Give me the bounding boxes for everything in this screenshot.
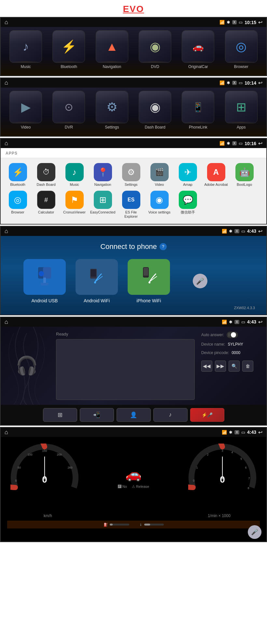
- grid-cronus-icon[interactable]: ⚑: [65, 191, 84, 209]
- screen1-app-grid-bg: ♪ Music ⚡ Bluetooth ▲ Navigation ◉: [1, 27, 266, 75]
- grid-dashboard-icon[interactable]: ⏱: [37, 163, 55, 181]
- app-music[interactable]: ♪ Music: [9, 30, 43, 69]
- x-icon-3: X: [232, 141, 237, 145]
- app-video[interactable]: ▶ Video: [9, 91, 43, 130]
- app-settings-box[interactable]: ⚙: [96, 91, 128, 123]
- status-bar-2: ⌂ 📶 ✱ X ▭ 10:14 ↩: [1, 78, 266, 88]
- mic-button-4[interactable]: 🎤: [193, 274, 207, 288]
- android-wifi-option[interactable]: Android WiFi: [76, 259, 118, 303]
- auto-answer-label: Auto answer:: [201, 333, 224, 337]
- grid-video-label: Video: [155, 183, 164, 187]
- bt-delete-btn[interactable]: 🗑: [242, 361, 253, 372]
- app-originalcar[interactable]: 🚗 OriginalCar: [181, 30, 215, 69]
- grid-easyconnect-icon[interactable]: ⊞: [94, 191, 112, 209]
- app-phonelink-box[interactable]: 📱: [182, 91, 214, 123]
- auto-answer-toggle[interactable]: |: [227, 332, 238, 338]
- home-icon-3[interactable]: ⌂: [5, 140, 8, 147]
- app-video-box[interactable]: ▶: [9, 91, 42, 123]
- grid-voice[interactable]: ◉ Voice settings: [147, 191, 172, 219]
- app-originalcar-box[interactable]: 🚗: [182, 30, 214, 63]
- home-icon-4[interactable]: ⌂: [5, 228, 8, 235]
- time-5: 4:43: [247, 319, 256, 324]
- app-browser[interactable]: ◎ Browser: [224, 30, 258, 69]
- app-music-box[interactable]: ♪: [9, 30, 42, 63]
- grid-music-label: Music: [70, 183, 79, 187]
- grid-browser[interactable]: ◎ Browser: [6, 191, 30, 219]
- app-navigation-box[interactable]: ▲: [96, 30, 128, 63]
- grid-esfile-icon[interactable]: ES: [122, 191, 140, 209]
- app-dvr[interactable]: ⊙ DVR: [52, 91, 86, 130]
- grid-settings-icon[interactable]: ⚙: [122, 163, 140, 181]
- back-icon-4[interactable]: ↩: [258, 228, 262, 234]
- toggle-dot: [231, 332, 236, 337]
- grid-voice-icon[interactable]: ◉: [150, 191, 169, 209]
- svg-text:0: 0: [15, 479, 17, 482]
- app-bluetooth[interactable]: ⚡ Bluetooth: [52, 30, 86, 69]
- grid-dashboard[interactable]: ⏱ Dash Board: [34, 163, 58, 187]
- home-icon-5[interactable]: ⌂: [5, 319, 8, 325]
- bluetooth-icon: ⚡: [61, 39, 77, 54]
- grid-navigation-icon[interactable]: 📍: [94, 163, 112, 181]
- app-dvd[interactable]: ◉ DVD: [138, 30, 172, 69]
- android-usb-icon[interactable]: [23, 259, 66, 295]
- grid-bluetooth-icon[interactable]: ⚡: [9, 163, 27, 181]
- grid-settings[interactable]: ⚙ Settings: [119, 163, 143, 187]
- grid-amap-icon[interactable]: ✈: [179, 163, 197, 181]
- back-icon-3[interactable]: ↩: [258, 140, 262, 146]
- back-icon-1[interactable]: ↩: [258, 19, 262, 25]
- app-dvd-box[interactable]: ◉: [139, 30, 171, 63]
- app-bluetooth-box[interactable]: ⚡: [52, 30, 85, 63]
- back-icon-5[interactable]: ↩: [258, 319, 262, 325]
- grid-video-icon[interactable]: 🎬: [150, 163, 169, 181]
- grid-calculator[interactable]: # Calculator: [34, 191, 58, 219]
- android-usb-option[interactable]: Android USB: [23, 259, 66, 303]
- app-apps[interactable]: ⊞ Apps: [224, 91, 258, 130]
- iphone-wifi-option[interactable]: iPhone WiFi: [128, 259, 170, 303]
- grid-bootlogo-icon[interactable]: 🤖: [235, 163, 254, 181]
- grid-music-icon[interactable]: ♪: [65, 163, 84, 181]
- app-dashboard-box[interactable]: ◉: [139, 91, 171, 123]
- grid-video[interactable]: 🎬 Video: [147, 163, 172, 187]
- grid-bootlogo[interactable]: 🤖 BootLogo: [232, 163, 257, 187]
- bt-search-next[interactable]: ▶▶: [215, 361, 226, 372]
- bt-btn-grid[interactable]: ⊞: [43, 408, 77, 422]
- android-wifi-icon[interactable]: [76, 259, 118, 295]
- app-apps-box[interactable]: ⊞: [225, 91, 258, 123]
- app-video-label: Video: [21, 125, 31, 130]
- back-icon-6[interactable]: ↩: [258, 429, 262, 435]
- bt-icon-6: ✱: [229, 430, 232, 435]
- home-icon-1[interactable]: ⌂: [5, 19, 8, 26]
- app-dvr-box[interactable]: ⊙: [52, 91, 85, 123]
- mic-button-6[interactable]: 🎤: [248, 525, 261, 539]
- grid-browser-icon[interactable]: ◎: [9, 191, 27, 209]
- app-navigation[interactable]: ▲ Navigation: [95, 30, 129, 69]
- app-phonelink[interactable]: 📱 PhoneLink: [181, 91, 215, 130]
- home-icon-6[interactable]: ⌂: [5, 429, 8, 436]
- grid-bluetooth[interactable]: ⚡ Bluetooth: [6, 163, 30, 187]
- home-icon-2[interactable]: ⌂: [5, 79, 8, 86]
- app-dashboard[interactable]: ◉ Dash Board: [138, 91, 172, 130]
- help-icon[interactable]: ?: [160, 243, 167, 250]
- grid-calculator-icon[interactable]: #: [37, 191, 55, 209]
- grid-wechat[interactable]: 💬 微信助手: [176, 191, 200, 219]
- app-browser-box[interactable]: ◎: [225, 30, 258, 63]
- grid-amap[interactable]: ✈ Amap: [176, 163, 200, 187]
- bt-btn-contacts[interactable]: 👤: [117, 408, 151, 422]
- bt-btn-music[interactable]: ♪: [153, 408, 188, 422]
- iphone-wifi-icon[interactable]: [128, 259, 170, 295]
- grid-easyconnect[interactable]: ⊞ EasyConnected: [91, 191, 115, 219]
- bt-btn-active[interactable]: ⚡🎤: [190, 408, 224, 422]
- grid-cronus[interactable]: ⚑ CronusViewer: [62, 191, 87, 219]
- grid-esfile[interactable]: ES ES File Explorer: [119, 191, 143, 219]
- app-settings[interactable]: ⚙ Settings: [95, 91, 129, 130]
- status-right-2: 📶 ✱ X ▭ 10:14 ↩: [219, 80, 262, 86]
- grid-wechat-icon[interactable]: 💬: [179, 191, 197, 209]
- grid-acrobat[interactable]: A Adobe Acrobat: [204, 163, 228, 187]
- grid-acrobat-icon[interactable]: A: [207, 163, 225, 181]
- bt-btn-phone-in[interactable]: 📲: [80, 408, 114, 422]
- bt-search-btn[interactable]: 🔍: [229, 361, 240, 372]
- grid-navigation[interactable]: 📍 Navigation: [91, 163, 115, 187]
- bt-search-prev[interactable]: ◀◀: [201, 361, 212, 372]
- grid-music[interactable]: ♪ Music: [62, 163, 87, 187]
- back-icon-2[interactable]: ↩: [258, 80, 262, 86]
